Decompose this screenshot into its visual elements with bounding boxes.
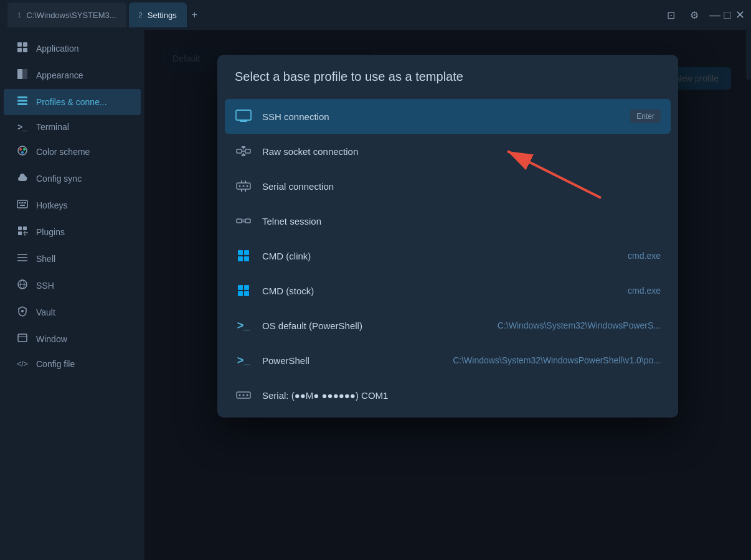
svg-rect-1 [23, 42, 27, 47]
titlebar: 1 C:\Windows\SYSTEM3... 2 Settings + ⊡ ⚙… [0, 0, 751, 30]
profile-item-telnet[interactable]: Telnet session [225, 203, 671, 238]
svg-point-54 [239, 394, 241, 396]
sidebar-item-hotkeys[interactable]: Hotkeys [4, 192, 141, 218]
ssh-connection-label: SSH connection [262, 111, 620, 122]
svg-rect-17 [24, 202, 26, 203]
svg-rect-5 [17, 69, 22, 79]
sidebar-item-shell-label: Shell [36, 254, 55, 264]
layout-icon[interactable]: ⊡ [664, 7, 678, 24]
svg-rect-8 [17, 100, 27, 102]
profile-item-os-default[interactable]: >_ OS default (PowerShell) C:\Windows\Sy… [225, 308, 671, 343]
tab-2-number: 2 [139, 11, 143, 19]
close-button[interactable]: ✕ [736, 11, 744, 19]
tab-1-label: C:\Windows\SYSTEM3... [26, 11, 116, 20]
vault-icon [16, 306, 29, 319]
svg-rect-14 [17, 200, 27, 208]
svg-rect-0 [17, 42, 22, 47]
telnet-icon [235, 212, 252, 230]
raw-socket-label: Raw socket connection [262, 146, 661, 157]
sidebar-item-terminal[interactable]: >_ Terminal [4, 116, 141, 138]
sidebar-item-appearance[interactable]: Appearance [4, 62, 141, 88]
profile-item-raw-socket[interactable]: Raw socket connection [225, 134, 671, 169]
svg-rect-21 [18, 231, 22, 235]
svg-rect-47 [241, 189, 242, 192]
add-tab-button[interactable]: + [189, 7, 200, 23]
svg-rect-18 [20, 205, 25, 206]
sidebar-item-window-label: Window [36, 334, 67, 344]
svg-rect-2 [17, 48, 22, 52]
sidebar-item-ssh-label: SSH [36, 281, 54, 291]
profile-item-cmd-clink[interactable]: CMD (clink) cmd.exe [225, 238, 671, 273]
enter-badge: Enter [630, 110, 661, 123]
sidebar-item-profiles[interactable]: Profiles & conne... [4, 89, 141, 115]
sidebar-item-terminal-label: Terminal [36, 122, 69, 132]
powershell-label: PowerShell [262, 355, 438, 366]
cmd-stock-sublabel: cmd.exe [628, 286, 661, 296]
config-file-icon: </> [16, 360, 29, 368]
profile-item-serial[interactable]: Serial connection [225, 169, 671, 203]
shell-icon [16, 252, 29, 266]
svg-rect-50 [245, 219, 250, 223]
sidebar-item-config-file[interactable]: </> Config file [4, 353, 141, 375]
profile-template-modal: Select a base profile to use as a templa… [217, 55, 678, 418]
telnet-label: Telnet session [262, 216, 661, 226]
svg-rect-19 [18, 226, 22, 230]
svg-rect-31 [236, 110, 251, 120]
appearance-icon [16, 68, 29, 82]
sidebar-item-application-label: Application [36, 44, 79, 54]
sidebar-item-appearance-label: Appearance [36, 70, 83, 80]
svg-rect-46 [245, 180, 246, 183]
sidebar-item-ssh[interactable]: SSH [4, 273, 141, 299]
svg-point-55 [243, 394, 245, 396]
svg-rect-34 [237, 149, 242, 153]
sidebar-item-plugins[interactable]: Plugins [4, 219, 141, 245]
profile-item-serial2[interactable]: Serial: (●●M● ●●●●●●) COM1 [225, 378, 671, 413]
svg-rect-16 [22, 202, 24, 203]
svg-point-43 [243, 185, 245, 187]
profiles-icon [16, 95, 29, 109]
sidebar-item-window[interactable]: Window [4, 326, 141, 352]
svg-rect-35 [245, 149, 250, 153]
svg-point-13 [21, 151, 24, 154]
sidebar-item-hotkeys-label: Hotkeys [36, 200, 68, 210]
cmd-clink-icon [235, 247, 252, 264]
hotkeys-icon [16, 198, 29, 212]
maximize-button[interactable]: □ [724, 11, 731, 19]
sidebar-item-shell[interactable]: Shell [4, 246, 141, 272]
tab-1[interactable]: 1 C:\Windows\SYSTEM3... [7, 2, 126, 27]
settings-icon[interactable]: ⚙ [687, 7, 701, 24]
sidebar-item-vault[interactable]: Vault [4, 299, 141, 325]
svg-rect-9 [17, 103, 27, 105]
tab-2[interactable]: 2 Settings [129, 2, 187, 27]
svg-point-11 [19, 148, 22, 151]
profile-list: SSH connection Enter [217, 94, 678, 418]
sidebar: Application Appearance Profiles & conn [0, 30, 144, 560]
svg-rect-15 [19, 202, 21, 203]
sidebar-item-vault-label: Vault [36, 307, 55, 317]
terminal-icon: >_ [16, 122, 29, 132]
sidebar-item-config-file-label: Config file [36, 359, 75, 369]
modal-title: Select a base profile to use as a templa… [217, 55, 678, 94]
svg-rect-20 [23, 226, 27, 230]
sidebar-item-plugins-label: Plugins [36, 227, 65, 237]
application-icon [16, 42, 29, 55]
svg-rect-7 [17, 96, 27, 98]
sidebar-item-application[interactable]: Application [4, 35, 141, 62]
svg-rect-29 [18, 334, 27, 342]
cmd-stock-label: CMD (stock) [262, 286, 613, 296]
config-sync-icon [16, 172, 29, 185]
titlebar-actions: ⊡ ⚙ — □ ✕ [664, 7, 744, 24]
minimize-button[interactable]: — [711, 11, 719, 19]
content-area: Default ⌄ + New profile Select a base pr… [144, 30, 751, 560]
sidebar-item-color-scheme[interactable]: Color scheme [4, 139, 141, 165]
svg-point-56 [247, 394, 248, 396]
window-controls: — □ ✕ [711, 11, 744, 19]
sidebar-item-config-sync[interactable]: Config sync [4, 166, 141, 192]
profile-item-ssh[interactable]: SSH connection Enter [225, 99, 671, 134]
profile-item-powershell[interactable]: >_ PowerShell C:\Windows\System32\Window… [225, 343, 671, 378]
cmd-clink-sublabel: cmd.exe [628, 251, 661, 261]
profile-item-cmd-stock[interactable]: CMD (stock) cmd.exe [225, 273, 671, 308]
os-default-label: OS default (PowerShell) [262, 320, 483, 331]
powershell-sublabel: C:\Windows\System32\WindowsPowerShell\v1… [453, 355, 661, 365]
raw-socket-icon [235, 142, 252, 160]
